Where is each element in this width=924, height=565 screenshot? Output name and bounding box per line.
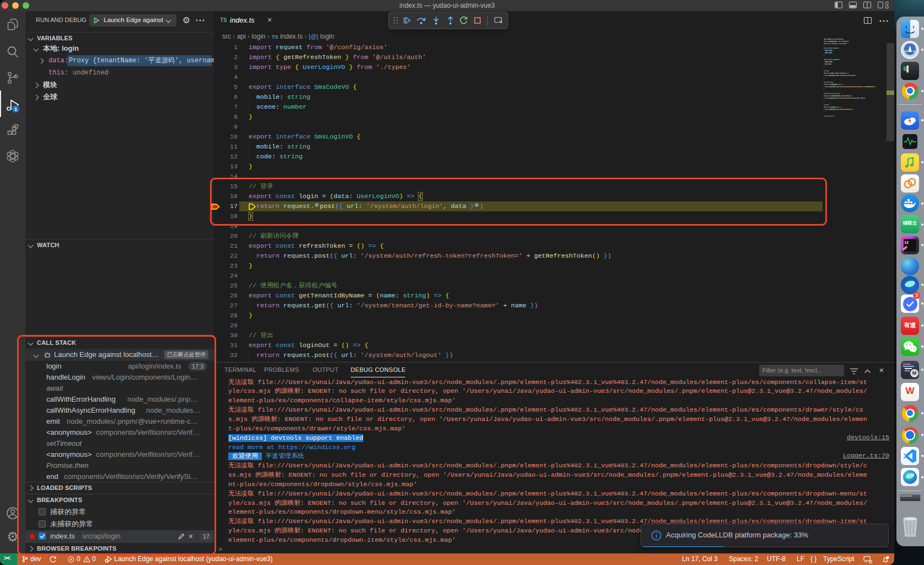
svg-text:E: E	[913, 50, 915, 53]
svg-text:W: W	[905, 50, 908, 53]
